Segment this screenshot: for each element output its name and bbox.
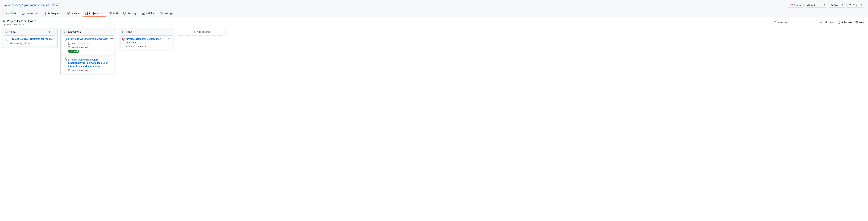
- plus-icon: [165, 31, 167, 33]
- project-title-text: Project Octocat Board: [7, 20, 36, 23]
- code-icon: [6, 12, 9, 15]
- card-menu-button[interactable]: [168, 37, 171, 40]
- card-author[interactable]: octocat: [81, 46, 88, 48]
- column-menu-button[interactable]: [111, 31, 114, 33]
- fork-label: Fork: [852, 4, 857, 6]
- card-title-link[interactable]: [Project Octocat] Design user interface: [126, 37, 171, 44]
- checklist: 1 of 4: [68, 42, 113, 45]
- checklist-icon: [68, 42, 71, 45]
- breadcrumb-slash: /: [22, 3, 23, 7]
- tab-code[interactable]: Code: [4, 10, 18, 17]
- fork-count[interactable]: 0: [859, 3, 864, 8]
- visibility-badge: Private: [51, 3, 60, 7]
- star-group: Star 0: [828, 3, 845, 8]
- plus-icon: [820, 21, 823, 24]
- card-title-link[interactable]: [Project Octocat] Develop functionality …: [68, 58, 113, 68]
- column-add-button[interactable]: [48, 31, 51, 33]
- column-add-button[interactable]: [165, 31, 167, 33]
- card-title-link[interactable]: Front-end work for Project Octocat: [68, 37, 108, 41]
- owner-link[interactable]: octo-org: [8, 3, 21, 7]
- card[interactable]: [Project Octocat] Design user interface …: [120, 35, 173, 49]
- column-add-button[interactable]: [106, 31, 109, 33]
- column: 2 In progress Front-end work fo: [60, 28, 116, 75]
- issue-icon: [22, 12, 25, 15]
- watch-label: Watch: [811, 4, 817, 6]
- card[interactable]: [Project Octocat] Optimize for mobile #4…: [4, 35, 56, 47]
- card-subtitle: #1 opened by octocat: [68, 46, 113, 48]
- tab-pulls[interactable]: Pull requests: [41, 10, 64, 17]
- tab-projects-label: Projects: [89, 12, 99, 15]
- add-cards-link[interactable]: Add cards: [820, 21, 835, 24]
- card-menu-button[interactable]: [110, 58, 113, 60]
- tab-insights-label: Insights: [146, 12, 154, 15]
- card-author[interactable]: octocat: [140, 45, 146, 48]
- project-controls: Add cards Fullscreen Menu: [772, 20, 865, 25]
- card-verb: opened by: [71, 46, 81, 48]
- watch-group: Watch 0: [805, 3, 827, 8]
- repo-link[interactable]: project-octocat: [24, 3, 49, 7]
- card-author[interactable]: octocat: [81, 69, 88, 72]
- issue-open-icon: [64, 58, 67, 62]
- tab-actions[interactable]: Actions: [65, 10, 82, 17]
- kebab-icon: [52, 37, 55, 40]
- kebab-icon: [168, 37, 171, 40]
- tab-projects[interactable]: Projects 1: [83, 10, 105, 17]
- tab-projects-count: 1: [100, 12, 103, 15]
- add-column-button[interactable]: Add column: [177, 28, 226, 36]
- star-button[interactable]: Star: [828, 3, 840, 8]
- search-box[interactable]: [772, 20, 817, 25]
- tab-code-label: Code: [10, 12, 16, 15]
- star-count[interactable]: 0: [840, 3, 845, 8]
- plus-icon: [106, 31, 109, 33]
- menu-link[interactable]: Menu: [855, 21, 865, 24]
- issue-open-icon: [5, 38, 8, 41]
- column-count: 2: [63, 30, 66, 34]
- label-tag[interactable]: front-end: [68, 50, 79, 53]
- tab-issues[interactable]: Issues 3: [20, 10, 40, 17]
- tab-insights[interactable]: Insights: [140, 10, 156, 17]
- card-subtitle: #3 opened by octocat: [68, 69, 113, 72]
- column-actions: [48, 31, 55, 33]
- column-header: 1 Done: [120, 30, 173, 35]
- add-column-label: Add column: [197, 30, 210, 33]
- search-input[interactable]: [778, 21, 815, 24]
- issue-open-icon: [64, 38, 67, 41]
- column-menu-button[interactable]: [169, 31, 172, 33]
- caret-down-icon: [818, 4, 820, 6]
- fork-icon: [849, 4, 851, 7]
- card-ref: #1: [68, 46, 70, 48]
- card-author[interactable]: octocat: [23, 42, 30, 45]
- card-title-link[interactable]: [Project Octocat] Optimize for mobile: [10, 37, 53, 41]
- fullscreen-icon: [837, 21, 840, 24]
- tab-wiki[interactable]: Wiki: [107, 10, 120, 17]
- repo-title: octo-org / project-octocat Private: [4, 3, 60, 7]
- repo-nav: Code Issues 3 Pull requests Actions Proj…: [4, 10, 864, 17]
- watch-count[interactable]: 0: [822, 3, 827, 8]
- tab-actions-label: Actions: [71, 12, 79, 15]
- sponsor-button[interactable]: Sponsor: [787, 3, 804, 8]
- fullscreen-link[interactable]: Fullscreen: [837, 21, 852, 24]
- menu-label: Menu: [859, 21, 865, 24]
- issue-closed-icon: [122, 38, 125, 41]
- fork-button[interactable]: Fork: [846, 3, 859, 8]
- tab-security[interactable]: Security: [121, 10, 138, 17]
- watch-button[interactable]: Watch: [805, 3, 822, 8]
- column-menu-button[interactable]: [53, 31, 55, 33]
- lock-icon: [4, 4, 7, 7]
- project-title: Project Octocat Board: [3, 20, 36, 23]
- search-icon: [774, 21, 776, 24]
- card-subtitle: #4 opened by octocat: [10, 42, 54, 45]
- tab-settings[interactable]: Settings: [158, 10, 175, 17]
- card-menu-button[interactable]: [52, 37, 55, 40]
- tab-pulls-label: Pull requests: [48, 12, 62, 15]
- card[interactable]: [Project Octocat] Develop functionality …: [62, 56, 115, 73]
- pr-icon: [43, 12, 46, 15]
- kebab-icon: [169, 31, 172, 33]
- tab-issues-label: Issues: [26, 12, 33, 15]
- column-name: Done: [126, 31, 132, 33]
- project-icon: [85, 12, 88, 15]
- card[interactable]: Front-end work for Project Octocat 1 of …: [62, 35, 115, 55]
- column-header: 1 To do: [4, 30, 56, 35]
- star-icon: [831, 4, 833, 7]
- card-menu-button[interactable]: [110, 37, 113, 40]
